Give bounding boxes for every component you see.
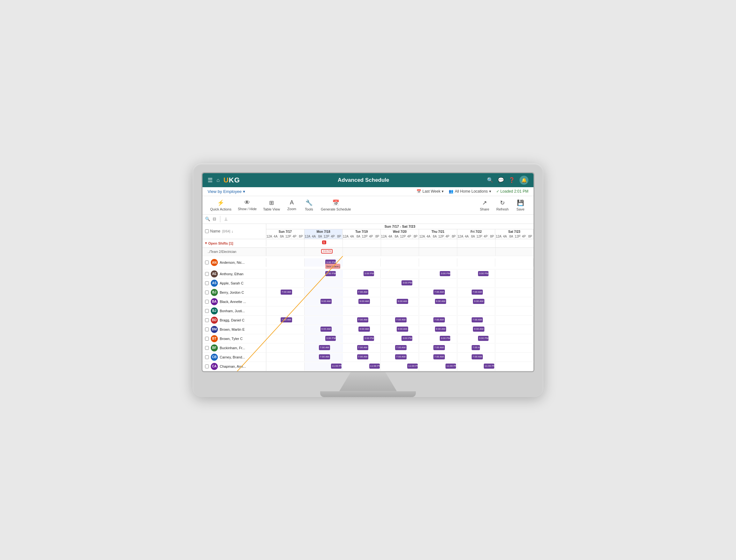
day-section-0: [266, 279, 305, 287]
share-btn[interactable]: ↗ Share: [476, 198, 492, 212]
tools-btn[interactable]: 🔧 Tools: [301, 198, 317, 212]
day-section-1: 9:00 AM - 5...: [305, 298, 343, 306]
shift-block[interactable]: 3:00 PM - 11...: [401, 280, 412, 285]
chat-icon[interactable]: 💬: [498, 177, 504, 183]
shift-block[interactable]: 11:00 PM - 7...: [445, 364, 456, 369]
shift-block[interactable]: 7:00 AM - 3:3...: [357, 345, 369, 350]
shift-block[interactable]: 7:00 AM - 3:3...: [319, 345, 330, 350]
row-checkbox[interactable]: [205, 291, 209, 294]
select-all-checkbox[interactable]: [205, 229, 209, 233]
name-cell: AN Anderson, Nic...: [202, 258, 266, 267]
shift-block[interactable]: 3:00 PM - 11...: [440, 271, 450, 276]
day-section-5: 7:00 AM - 3:3...: [457, 344, 496, 352]
shift-block[interactable]: 9:00 AM - 5...: [320, 327, 332, 332]
columns-icon[interactable]: ⊥: [224, 217, 228, 221]
location-btn[interactable]: 👥 All Home Locations ▾: [449, 189, 491, 194]
shift-block[interactable]: 7:00 AM - 3:3...: [319, 354, 330, 359]
shift-block[interactable]: 7:00 AM - 3:3...: [281, 290, 292, 295]
shift-block[interactable]: 3:00 PM - 11...: [364, 336, 374, 341]
day-col-fri: Fri 7/22: [457, 229, 496, 234]
filter-icon[interactable]: ⊟: [213, 217, 216, 221]
shift-block[interactable]: 11:00 PM - 7...: [331, 364, 342, 369]
employee-row: AN Anderson, Nic... 3:00 PM - 11...Sick …: [202, 256, 534, 269]
row-checkbox[interactable]: [205, 337, 209, 341]
sort-icon[interactable]: ↓: [232, 229, 233, 233]
chevron-down-icon: ▾: [442, 189, 444, 194]
generate-schedule-btn[interactable]: 📅 Generate Schedule: [318, 198, 354, 212]
shift-block[interactable]: 7:00 AM - 3:3...: [433, 354, 445, 359]
shift-block[interactable]: 9:00 AM - 5...: [397, 327, 408, 332]
shift-block[interactable]: 3:00 PM - 11...: [325, 271, 336, 276]
shift-block[interactable]: 7:00 AM - 3:3...: [395, 317, 407, 322]
row-checkbox[interactable]: [205, 300, 209, 304]
save-btn[interactable]: 💾 Save: [512, 198, 528, 212]
employee-row: BF Buckinham, Fr... 7:00 AM - 3:3...7:00…: [202, 343, 534, 353]
shift-block[interactable]: Sick Leave [..: [325, 264, 340, 269]
avatar: AS: [211, 280, 218, 287]
notification-icon[interactable]: 🔔: [519, 176, 528, 185]
row-checkbox[interactable]: [205, 261, 209, 264]
shift-block[interactable]: 9:00 AM - 5...: [473, 299, 484, 304]
shift-block[interactable]: 7:00 AM - 3:3...: [433, 290, 445, 295]
shift-block[interactable]: 7:00 AM - 3:3...: [395, 345, 407, 350]
shift-block[interactable]: 3:00 PM - 11...: [364, 271, 374, 276]
shift-block[interactable]: 11:00 PM - 7...: [484, 364, 494, 369]
refresh-btn[interactable]: ↻ Refresh: [494, 198, 511, 212]
help-icon[interactable]: ❓: [509, 177, 515, 183]
shift-block[interactable]: 11:00 PM - 7...: [407, 364, 418, 369]
avatar: BJ: [211, 289, 218, 296]
shift-block[interactable]: 7:00 AM - 3:3...: [472, 354, 483, 359]
search-header-icon[interactable]: 🔍: [487, 177, 493, 183]
shift-block[interactable]: 9:00 AM - 5...: [358, 299, 370, 304]
day-section-5: 3:00 PM - 11...: [457, 270, 496, 278]
quick-actions-btn[interactable]: ⚡ Quick Actions: [208, 198, 234, 212]
day-section-4: 3:00 PM - 11...: [419, 335, 457, 343]
view-by-employee-btn[interactable]: View by Employee ▾: [208, 189, 245, 194]
shift-block[interactable]: 3:00 PM - 11...: [325, 336, 336, 341]
row-checkbox[interactable]: [205, 272, 209, 276]
open-day-wed: [381, 239, 419, 247]
shift-block[interactable]: 9:00 AM - 5...: [435, 327, 446, 332]
row-checkbox[interactable]: [205, 346, 209, 350]
shift-block[interactable]: 3:00 PM - 11...: [401, 336, 412, 341]
row-checkbox[interactable]: [205, 355, 209, 359]
shift-block[interactable]: 9:00 AM - 5...: [320, 299, 332, 304]
day-section-3: 3:00 PM - 11...: [381, 335, 419, 343]
shift-block[interactable]: 3:00 PM - 11...: [478, 336, 489, 341]
shift-block[interactable]: 7:00 AM - 3:3...: [472, 345, 480, 350]
employee-row: CB Carney, Brand... 7:00 AM - 3:3...7:00…: [202, 353, 534, 362]
day-section-0: [266, 298, 305, 306]
show-hide-btn[interactable]: 👁 Show / Hide: [235, 198, 259, 212]
row-checkbox[interactable]: [205, 281, 209, 285]
row-checkbox[interactable]: [205, 365, 209, 368]
shift-block[interactable]: 7:00 AM - 3:3...: [433, 345, 445, 350]
zoom-btn[interactable]: A Zoom: [284, 198, 300, 212]
row-checkbox[interactable]: [205, 328, 209, 331]
search-icon[interactable]: 🔍: [205, 217, 210, 221]
shift-block[interactable]: 3:00 PM - 11...: [440, 336, 450, 341]
open-shift-block-mon[interactable]: 3:00 PM - 11...: [321, 249, 333, 254]
shift-block[interactable]: 7:00 AM - 3:3...: [357, 317, 369, 322]
shift-block[interactable]: 3:00 PM - 11...: [478, 271, 489, 276]
row-checkbox[interactable]: [205, 309, 209, 313]
day-section-1: [305, 307, 343, 315]
shift-block[interactable]: 7:00 AM - 3:3...: [395, 354, 407, 359]
open-shifts-label[interactable]: ▾ Open Shifts [1]: [202, 240, 266, 247]
shift-block[interactable]: 9:00 AM - 5...: [435, 299, 446, 304]
home-icon[interactable]: ⌂: [217, 177, 220, 183]
shift-block[interactable]: 7:00 AM - 3:3...: [281, 317, 292, 322]
shift-block[interactable]: 7:00 AM - 3:3...: [357, 290, 369, 295]
row-checkbox[interactable]: [205, 318, 209, 322]
shift-block[interactable]: 9:00 AM - 5...: [397, 299, 408, 304]
shift-block[interactable]: 7:00 AM - 3:3...: [433, 317, 445, 322]
shift-block[interactable]: 9:00 AM - 5...: [358, 327, 370, 332]
shift-block[interactable]: 9:00 AM - 5...: [473, 327, 484, 332]
calendar-btn[interactable]: 📅 Last Week ▾: [416, 189, 444, 194]
shift-block[interactable]: 11:00 PM - 7...: [369, 364, 380, 369]
shift-block[interactable]: 7:00 AM - 3:3...: [357, 354, 369, 359]
table-view-btn[interactable]: ⊞ Table View: [261, 198, 283, 212]
hamburger-icon[interactable]: ☰: [208, 177, 213, 184]
employee-name: Carney, Brand...: [220, 355, 245, 359]
shift-block[interactable]: 7:00 AM - 3:3...: [472, 290, 483, 295]
shift-block[interactable]: 7:00 AM - 3:3...: [472, 317, 483, 322]
